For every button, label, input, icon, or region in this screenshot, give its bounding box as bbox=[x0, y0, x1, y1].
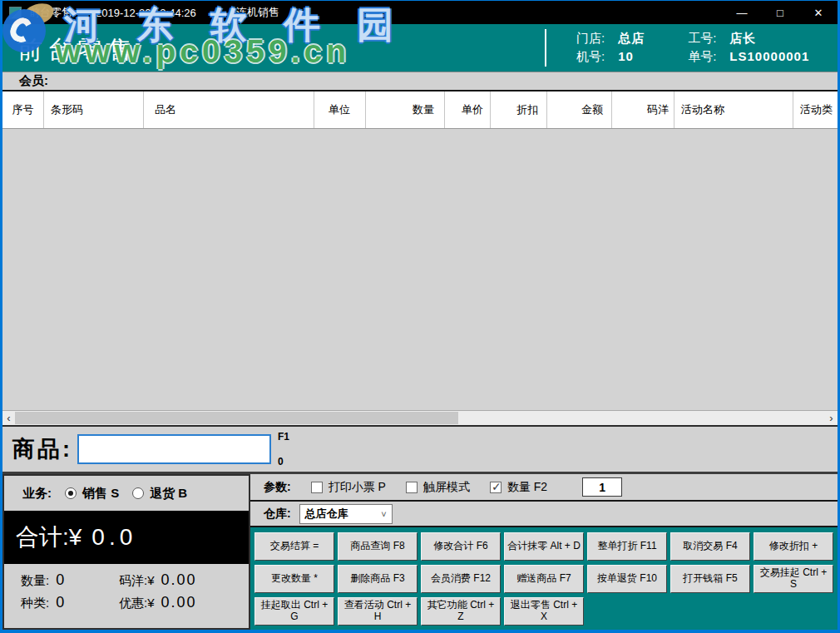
settle-button[interactable]: 交易结算 = bbox=[254, 532, 334, 561]
stat-kinds-label: 种类: bbox=[21, 596, 49, 611]
button-row-1: 交易结算 = 商品查询 F8 修改合计 F6 合计抹零 Alt + D 整单打折… bbox=[254, 532, 838, 561]
total-value: 0.0 bbox=[91, 524, 136, 551]
col-quantity: 数量 bbox=[366, 91, 445, 128]
order-number-value: LS10000001 bbox=[729, 49, 809, 63]
modify-discount-button[interactable]: 修改折扣 + bbox=[754, 532, 833, 561]
checkbox-touch-mode[interactable]: 触屏模式 bbox=[406, 480, 470, 495]
col-discount: 折扣 bbox=[491, 91, 547, 128]
product-count-label: 0 bbox=[278, 456, 289, 467]
product-query-button[interactable]: 商品查询 F8 bbox=[338, 532, 418, 561]
product-hotkey-label: F1 bbox=[278, 431, 289, 443]
col-unit: 单位 bbox=[314, 91, 366, 128]
radio-sale-icon[interactable] bbox=[65, 487, 77, 499]
product-entry-bar: 商品: F1 0 bbox=[2, 427, 838, 474]
stat-quantity-value: 0 bbox=[56, 571, 66, 589]
warehouse-selected-value: 总店仓库 bbox=[305, 507, 348, 522]
app-header: 前台零售 门店: 总店 工号: 店长 机号: 10 单号: LS10000001 bbox=[2, 24, 838, 72]
stat-discount-value: 0.00 bbox=[161, 594, 197, 611]
radio-return-icon[interactable] bbox=[132, 487, 144, 499]
stat-discount-label: 优惠:¥ bbox=[119, 596, 155, 611]
stat-quantity: 数量: 0 bbox=[21, 571, 119, 589]
button-row-2: 更改数量 * 删除商品 F3 会员消费 F12 赠送商品 F7 按单退货 F10… bbox=[254, 565, 838, 593]
product-input[interactable] bbox=[77, 434, 271, 464]
checkbox-quantity[interactable]: 数量 F2 bbox=[490, 480, 547, 495]
col-list-price: 码洋 bbox=[612, 91, 674, 128]
window-datetime: 2019-12-20 13:44:26 bbox=[96, 7, 196, 19]
stat-list-price-label: 码洋:¥ bbox=[119, 573, 155, 589]
scroll-right-icon[interactable]: › bbox=[825, 411, 838, 425]
controls-panel: 参数: 打印小票 P 触屏模式 数量 F2 仓库: 总店仓库 bbox=[250, 474, 838, 630]
warehouse-select[interactable]: 总店仓库 ˅ bbox=[299, 504, 393, 524]
col-amount: 金额 bbox=[547, 91, 612, 128]
stat-quantity-label: 数量: bbox=[21, 573, 49, 589]
return-by-order-button[interactable]: 按单退货 F10 bbox=[587, 565, 667, 593]
items-table-header: 序号 条形码 品名 单位 数量 单价 折扣 金额 码洋 活动名称 活动类 bbox=[2, 91, 838, 129]
operator-info: 工号: 店长 bbox=[688, 31, 809, 47]
warehouse-label: 仓库: bbox=[264, 507, 291, 522]
col-activity-name: 活动名称 bbox=[674, 91, 793, 128]
summary-panel: 业务: 销售 S 退货 B 合计:¥ 0.0 数量: 0 bbox=[2, 474, 250, 630]
stat-list-price-value: 0.00 bbox=[161, 571, 197, 589]
bottom-section: 业务: 销售 S 退货 B 合计:¥ 0.0 数量: 0 bbox=[2, 474, 838, 630]
page-title: 前台零售 bbox=[17, 33, 137, 67]
app-icon bbox=[9, 7, 22, 19]
stats-grid: 数量: 0 码洋:¥ 0.00 种类: 0 优惠:¥ 0.00 bbox=[4, 564, 249, 628]
scrollbar-thumb[interactable] bbox=[15, 412, 458, 424]
window-controls: — □ ✕ bbox=[723, 1, 838, 24]
store-value: 总店 bbox=[618, 31, 645, 47]
cancel-transaction-button[interactable]: 取消交易 F4 bbox=[670, 532, 750, 561]
suspend-transaction-button[interactable]: 交易挂起 Ctrl + S bbox=[754, 565, 833, 593]
total-label: 合计:¥ bbox=[16, 522, 82, 553]
checkbox-print-receipt-icon[interactable] bbox=[311, 482, 323, 493]
col-activity-type: 活动类 bbox=[793, 91, 838, 128]
col-product-name: 品名 bbox=[144, 91, 314, 128]
terminal-value: 10 bbox=[618, 49, 634, 63]
items-table-body bbox=[2, 129, 838, 410]
close-icon[interactable]: ✕ bbox=[799, 1, 838, 24]
checkbox-print-receipt[interactable]: 打印小票 P bbox=[311, 480, 386, 495]
stat-kinds-value: 0 bbox=[56, 594, 66, 611]
operator-value: 店长 bbox=[729, 31, 756, 47]
modify-total-button[interactable]: 修改合计 F6 bbox=[421, 532, 501, 561]
retrieve-suspended-button[interactable]: 挂起取出 Ctrl + G bbox=[254, 597, 334, 626]
terminal-info: 机号: 10 bbox=[576, 49, 645, 65]
radio-sale[interactable]: 销售 S bbox=[65, 486, 119, 502]
checkbox-touch-mode-icon[interactable] bbox=[406, 482, 418, 493]
gift-item-button[interactable]: 赠送商品 F7 bbox=[504, 565, 584, 593]
order-discount-button[interactable]: 整单打折 F11 bbox=[587, 532, 667, 561]
business-type-row: 业务: 销售 S 退货 B bbox=[4, 476, 249, 511]
params-row: 参数: 打印小票 P 触屏模式 数量 F2 bbox=[250, 474, 838, 502]
quantity-input[interactable] bbox=[582, 477, 622, 497]
scrollbar-track[interactable] bbox=[15, 411, 825, 425]
maximize-icon[interactable]: □ bbox=[761, 1, 799, 24]
view-activity-button[interactable]: 查看活动 Ctrl + H bbox=[338, 597, 418, 626]
button-row-3: 挂起取出 Ctrl + G 查看活动 Ctrl + H 其它功能 Ctrl + … bbox=[254, 597, 838, 626]
minimize-icon[interactable]: — bbox=[723, 1, 761, 24]
open-cash-drawer-button[interactable]: 打开钱箱 F5 bbox=[670, 565, 750, 593]
scroll-left-icon[interactable]: ‹ bbox=[2, 411, 15, 425]
session-info: 门店: 总店 工号: 店长 机号: 10 单号: LS10000001 bbox=[545, 29, 833, 67]
member-consume-button[interactable]: 会员消费 F12 bbox=[421, 565, 501, 593]
round-total-button[interactable]: 合计抹零 Alt + D bbox=[504, 532, 584, 561]
horizontal-scrollbar[interactable]: ‹ › bbox=[2, 410, 838, 427]
other-functions-button[interactable]: 其它功能 Ctrl + Z bbox=[421, 597, 501, 626]
chevron-down-icon: ˅ bbox=[381, 509, 391, 519]
exit-retail-button[interactable]: 退出零售 Ctrl + X bbox=[504, 597, 584, 626]
stat-kinds: 种类: 0 bbox=[21, 594, 119, 611]
delete-item-button[interactable]: 删除商品 F3 bbox=[338, 565, 418, 593]
change-quantity-button[interactable]: 更改数量 * bbox=[254, 565, 334, 593]
function-button-grid: 交易结算 = 商品查询 F8 修改合计 F6 合计抹零 Alt + D 整单打折… bbox=[250, 527, 838, 630]
member-label: 会员: bbox=[19, 73, 48, 89]
col-index: 序号 bbox=[2, 91, 44, 128]
radio-return[interactable]: 退货 B bbox=[132, 486, 187, 502]
col-barcode: 条形码 bbox=[44, 91, 144, 128]
checkbox-quantity-icon[interactable] bbox=[490, 482, 502, 493]
stat-list-price: 码洋:¥ 0.00 bbox=[119, 571, 249, 589]
total-display: 合计:¥ 0.0 bbox=[4, 511, 249, 564]
window-title: 前台零售 bbox=[29, 5, 72, 20]
stat-discount: 优惠:¥ 0.00 bbox=[119, 594, 249, 611]
checkbox-print-receipt-label: 打印小票 P bbox=[329, 480, 386, 495]
params-label: 参数: bbox=[264, 480, 291, 495]
terminal-label: 机号: bbox=[576, 49, 605, 65]
store-label: 门店: bbox=[576, 31, 605, 47]
